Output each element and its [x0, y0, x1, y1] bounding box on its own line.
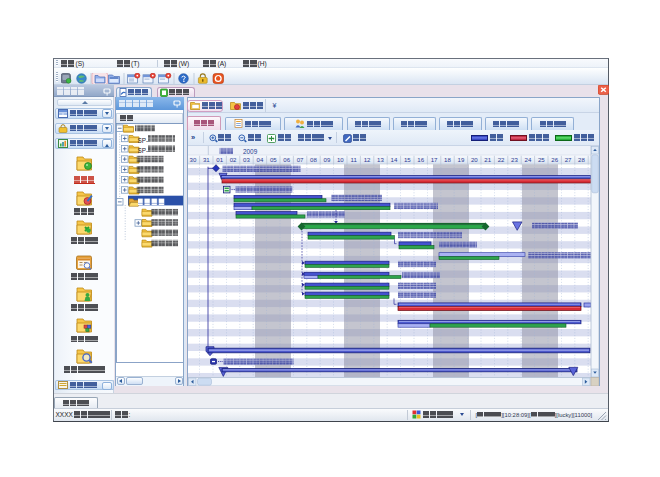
- svg-text:25: 25: [538, 156, 545, 163]
- svg-text:23: 23: [511, 156, 518, 163]
- svg-text:06: 06: [283, 156, 290, 163]
- svg-text:10: 10: [337, 156, 344, 163]
- svg-text:30: 30: [190, 156, 197, 163]
- svg-text:07: 07: [297, 156, 304, 163]
- svg-text:15: 15: [404, 156, 411, 163]
- svg-text:26: 26: [551, 156, 558, 163]
- svg-text:SP-: SP-: [138, 137, 149, 144]
- svg-text:21: 21: [484, 156, 491, 163]
- svg-text:05: 05: [270, 156, 277, 163]
- svg-text:SP-: SP-: [138, 148, 149, 155]
- svg-text:31: 31: [203, 156, 210, 163]
- svg-text:12: 12: [364, 156, 371, 163]
- svg-text:03: 03: [243, 156, 250, 163]
- svg-text:2009: 2009: [243, 147, 258, 154]
- svg-text:17: 17: [431, 156, 438, 163]
- svg-text:27: 27: [565, 156, 572, 163]
- svg-text:13: 13: [377, 156, 384, 163]
- svg-text:18: 18: [444, 156, 451, 163]
- svg-text:28: 28: [578, 156, 585, 163]
- svg-text:02: 02: [230, 156, 237, 163]
- svg-text:09: 09: [324, 156, 331, 163]
- svg-text:24: 24: [525, 156, 532, 163]
- svg-text:14: 14: [391, 156, 398, 163]
- svg-text:11: 11: [351, 156, 358, 163]
- svg-text:22: 22: [498, 156, 505, 163]
- svg-text:08: 08: [310, 156, 317, 163]
- svg-text:19: 19: [458, 156, 465, 163]
- svg-text:04: 04: [257, 156, 264, 163]
- svg-text:20: 20: [471, 156, 478, 163]
- svg-text:16: 16: [417, 156, 424, 163]
- svg-text:01: 01: [216, 156, 223, 163]
